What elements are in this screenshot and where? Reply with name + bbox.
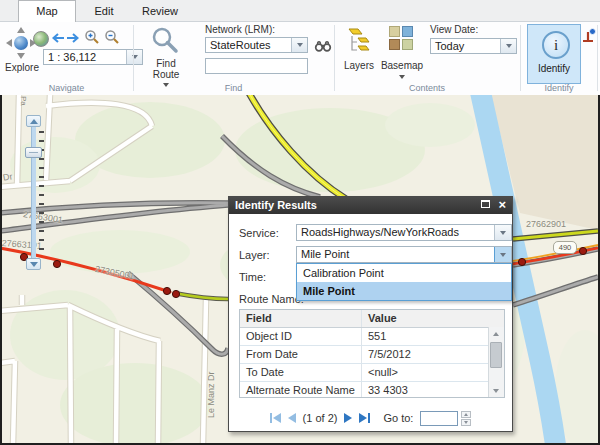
zoom-out-icon[interactable] [104, 29, 120, 45]
layer-label: Layer: [239, 249, 270, 261]
goto-page-input[interactable] [420, 411, 458, 426]
table-row[interactable]: To Date <null> [240, 364, 504, 382]
layers-label: Layers [338, 60, 380, 71]
layer-value: Mile Point [297, 247, 494, 262]
street-label-le-manz-dr: Le Manz Dr [206, 371, 216, 418]
page-next-button[interactable] [344, 413, 352, 423]
tab-map[interactable]: Map [18, 0, 76, 22]
view-date-label: View Date: [430, 24, 510, 35]
value-cell: 7/5/2012 [362, 346, 481, 363]
dropdown-option-mile-point[interactable]: Mile Point [297, 282, 511, 300]
scrollbar-down-button[interactable] [489, 384, 503, 397]
value-cell: 33 4303 [362, 382, 481, 398]
layer-dropdown-list: Calibration Point Mile Point [296, 263, 512, 301]
scrollbar-up-button[interactable] [489, 327, 503, 340]
network-lrm-combo[interactable]: StateRoutes [205, 37, 308, 53]
page-status: (1 of 2) [303, 412, 338, 424]
view-date-dropdown-button[interactable] [500, 39, 516, 53]
explore-button[interactable] [6, 27, 36, 59]
map-scale-dropdown-button[interactable] [126, 50, 142, 64]
layers-button[interactable]: Layers [340, 26, 378, 76]
scrollbar-thumb[interactable] [490, 342, 502, 368]
view-date-combo[interactable]: Today [430, 38, 517, 54]
field-cell: Object ID [240, 328, 362, 345]
table-row[interactable]: Object ID 551 [240, 328, 504, 346]
close-icon[interactable] [498, 197, 506, 213]
basemap-button[interactable]: Basemap [378, 26, 426, 84]
identify-route-location-icon[interactable] [580, 27, 597, 45]
street-label-p: Pa [19, 96, 28, 106]
service-label: Service: [239, 227, 279, 239]
basemap-icon [389, 26, 414, 51]
route-input[interactable] [205, 58, 308, 74]
identify-icon: i [542, 31, 570, 59]
full-extent-globe-icon[interactable] [33, 31, 49, 47]
slider-zoom-in-button[interactable] [26, 115, 41, 127]
identify-button[interactable]: i Identify [527, 24, 581, 84]
binoculars-icon[interactable] [314, 39, 332, 52]
highway-shield-490: 490 [553, 241, 577, 254]
network-lrm-value: StateRoutes [206, 38, 291, 52]
field-cell: From Date [240, 346, 362, 363]
goto-label: Go to: [383, 412, 413, 424]
forward-extent-icon[interactable] [66, 32, 81, 44]
goto-spinner-up[interactable] [461, 411, 471, 418]
map-scale-combo[interactable]: 1 : 36,112 [43, 49, 143, 65]
value-cell: 551 [362, 328, 481, 345]
layer-combo[interactable]: Mile Point [296, 246, 512, 263]
group-label-find: Find [133, 83, 334, 93]
find-route-label: Find Route [146, 58, 186, 80]
basemap-label: Basemap [378, 60, 426, 71]
application-window: Map Edit Review Explore 1 : 36,112 Navig… [0, 0, 600, 445]
zoom-slider-handle[interactable] [25, 147, 42, 158]
map-viewport[interactable]: 27663001 27663101 27305001 27662901 490 … [0, 95, 600, 445]
ribbon-tab-strip: Map Edit Review [0, 0, 600, 22]
dialog-title-bar[interactable]: Identify Results [229, 197, 512, 214]
column-header-field: Field [240, 310, 362, 327]
table-row[interactable]: From Date 7/5/2012 [240, 346, 504, 364]
table-scrollbar[interactable] [488, 327, 504, 397]
back-extent-icon[interactable] [50, 32, 65, 44]
route-label-27662901: 27662901 [526, 219, 566, 229]
network-lrm-label: Network (LRM): [205, 24, 315, 35]
find-route-icon [151, 26, 181, 56]
view-date-value: Today [431, 39, 500, 53]
service-dropdown-button[interactable] [494, 225, 511, 240]
tab-edit[interactable]: Edit [76, 1, 132, 21]
tab-review[interactable]: Review [132, 1, 188, 21]
explore-label: Explore [0, 62, 44, 73]
page-previous-button[interactable] [288, 413, 296, 423]
field-cell: Alternate Route Name [240, 382, 362, 398]
field-cell: To Date [240, 364, 362, 381]
goto-spinner [461, 411, 471, 426]
table-header-row: Field Value [240, 310, 504, 328]
street-label-dr: Dr [2, 171, 13, 182]
time-label: Time: [239, 271, 266, 283]
maximize-icon[interactable] [481, 200, 490, 208]
zoom-in-icon[interactable] [84, 29, 100, 45]
table-row[interactable]: Alternate Route Name 33 4303 [240, 382, 504, 398]
column-header-value: Value [362, 310, 481, 327]
attributes-table: Field Value Object ID 551 From Date 7/5/… [239, 309, 505, 398]
group-label-contents: Contents [334, 83, 520, 93]
service-value: RoadsHighways/NewYorkRoads [297, 225, 494, 240]
value-cell: <null> [362, 364, 481, 381]
goto-spinner-down[interactable] [461, 419, 471, 426]
map-scale-value: 1 : 36,112 [44, 50, 126, 64]
group-label-identify: Identify [520, 83, 598, 93]
slider-zoom-out-button[interactable] [26, 258, 41, 270]
identify-results-dialog: Identify Results Service: RoadsHighways/… [228, 196, 513, 432]
route-name-label: Route Name: [239, 293, 304, 305]
network-lrm-dropdown-button[interactable] [291, 38, 307, 52]
group-label-navigate: Navigate [0, 83, 133, 93]
dropdown-option-calibration-point[interactable]: Calibration Point [297, 264, 511, 282]
identify-label: Identify [528, 63, 580, 74]
layer-dropdown-button[interactable] [494, 247, 511, 262]
page-last-button[interactable] [359, 413, 370, 423]
layers-icon [345, 26, 373, 56]
dialog-title: Identify Results [235, 199, 317, 211]
page-first-button[interactable] [270, 413, 281, 423]
find-route-button[interactable]: Find Route [146, 26, 186, 82]
explore-pad-icon [6, 27, 36, 59]
service-combo[interactable]: RoadsHighways/NewYorkRoads [296, 224, 512, 241]
